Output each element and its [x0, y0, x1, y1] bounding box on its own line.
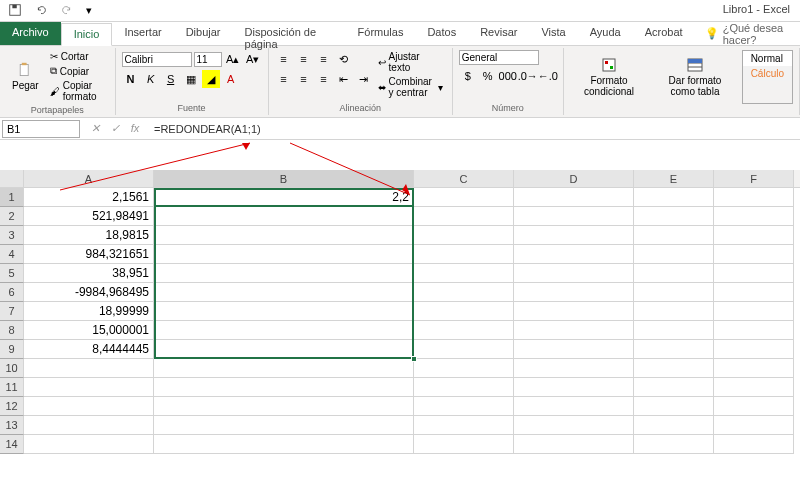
cell[interactable]: [514, 264, 634, 283]
paste-button[interactable]: Pegar: [6, 50, 45, 103]
copy-button[interactable]: ⧉Copiar: [47, 64, 109, 78]
cell[interactable]: [514, 226, 634, 245]
cell[interactable]: [514, 283, 634, 302]
cell[interactable]: [154, 378, 414, 397]
cell[interactable]: [714, 378, 794, 397]
cell[interactable]: [714, 302, 794, 321]
cell[interactable]: [154, 321, 414, 340]
format-as-table-button[interactable]: Dar formato como tabla: [650, 50, 739, 104]
cell[interactable]: [24, 378, 154, 397]
cell[interactable]: [24, 359, 154, 378]
font-size-select[interactable]: [194, 52, 222, 67]
row-header[interactable]: 1: [0, 188, 24, 207]
cell[interactable]: [154, 283, 414, 302]
align-left-icon[interactable]: ≡: [275, 70, 293, 88]
cell[interactable]: [714, 397, 794, 416]
cell[interactable]: [714, 416, 794, 435]
cell[interactable]: 8,4444445: [24, 340, 154, 359]
cell[interactable]: 521,98491: [24, 207, 154, 226]
confirm-formula-icon[interactable]: ✓: [106, 122, 124, 135]
font-name-select[interactable]: [122, 52, 192, 67]
cell[interactable]: [634, 188, 714, 207]
row-header[interactable]: 11: [0, 378, 24, 397]
cell[interactable]: [634, 359, 714, 378]
cell[interactable]: [634, 397, 714, 416]
align-center-icon[interactable]: ≡: [295, 70, 313, 88]
undo-icon[interactable]: [30, 1, 52, 21]
cell[interactable]: [24, 416, 154, 435]
cell[interactable]: [414, 226, 514, 245]
cell[interactable]: [714, 321, 794, 340]
cell[interactable]: [414, 207, 514, 226]
save-icon[interactable]: [4, 1, 26, 21]
cell[interactable]: [414, 321, 514, 340]
style-calc[interactable]: Cálculo: [743, 66, 792, 81]
cell[interactable]: [714, 245, 794, 264]
cell[interactable]: [414, 435, 514, 454]
tell-me-search[interactable]: 💡 ¿Qué desea hacer?: [705, 22, 800, 45]
style-normal[interactable]: Normal: [743, 51, 792, 66]
cell[interactable]: [714, 264, 794, 283]
customize-qat-icon[interactable]: ▾: [82, 2, 96, 19]
cell[interactable]: [634, 302, 714, 321]
inc-decimal-icon[interactable]: .0→: [519, 67, 537, 85]
border-button[interactable]: ▦: [182, 70, 200, 88]
cell[interactable]: -9984,968495: [24, 283, 154, 302]
cell[interactable]: [514, 378, 634, 397]
tab-review[interactable]: Revisar: [468, 22, 529, 45]
cell[interactable]: [514, 207, 634, 226]
cell[interactable]: [414, 302, 514, 321]
redo-icon[interactable]: [56, 1, 78, 21]
comma-icon[interactable]: 000: [499, 67, 517, 85]
tab-formulas[interactable]: Fórmulas: [346, 22, 416, 45]
currency-icon[interactable]: $: [459, 67, 477, 85]
cell-styles-gallery[interactable]: Normal Cálculo: [742, 50, 793, 104]
cell[interactable]: [634, 416, 714, 435]
cell[interactable]: [514, 188, 634, 207]
cell[interactable]: [634, 435, 714, 454]
cell[interactable]: [154, 416, 414, 435]
fx-icon[interactable]: fx: [126, 122, 144, 135]
cell[interactable]: [634, 245, 714, 264]
row-header[interactable]: 7: [0, 302, 24, 321]
wrap-text-button[interactable]: ↩Ajustar texto: [375, 50, 446, 74]
decrease-font-icon[interactable]: A▾: [244, 50, 262, 68]
cell[interactable]: [634, 226, 714, 245]
merge-center-button[interactable]: ⬌Combinar y centrar ▾: [375, 75, 446, 99]
cell[interactable]: 18,99999: [24, 302, 154, 321]
row-header[interactable]: 3: [0, 226, 24, 245]
bold-button[interactable]: N: [122, 70, 140, 88]
cell[interactable]: [154, 264, 414, 283]
orientation-icon[interactable]: ⟲: [335, 50, 353, 68]
tab-help[interactable]: Ayuda: [578, 22, 633, 45]
align-mid-icon[interactable]: ≡: [295, 50, 313, 68]
cell[interactable]: 984,321651: [24, 245, 154, 264]
cell[interactable]: [514, 397, 634, 416]
row-header[interactable]: 9: [0, 340, 24, 359]
font-color-button[interactable]: A: [222, 70, 240, 88]
fill-handle[interactable]: [411, 356, 417, 362]
align-top-icon[interactable]: ≡: [275, 50, 293, 68]
cell[interactable]: 2,2: [154, 188, 414, 207]
align-bot-icon[interactable]: ≡: [315, 50, 333, 68]
row-header[interactable]: 4: [0, 245, 24, 264]
formula-input[interactable]: =REDONDEAR(A1;1): [148, 121, 800, 137]
cell[interactable]: [154, 435, 414, 454]
fill-color-button[interactable]: ◢: [202, 70, 220, 88]
cell[interactable]: [154, 302, 414, 321]
cut-button[interactable]: ✂Cortar: [47, 50, 109, 63]
cell[interactable]: 38,951: [24, 264, 154, 283]
cell[interactable]: [414, 378, 514, 397]
cell[interactable]: [24, 435, 154, 454]
indent-dec-icon[interactable]: ⇤: [335, 70, 353, 88]
percent-icon[interactable]: %: [479, 67, 497, 85]
cell[interactable]: [634, 283, 714, 302]
cell[interactable]: [414, 416, 514, 435]
cell[interactable]: [714, 283, 794, 302]
cell[interactable]: 18,9815: [24, 226, 154, 245]
cell[interactable]: [154, 226, 414, 245]
select-all-corner[interactable]: [0, 170, 24, 187]
col-header-B[interactable]: B: [154, 170, 414, 187]
cell[interactable]: [714, 435, 794, 454]
cell[interactable]: [634, 207, 714, 226]
